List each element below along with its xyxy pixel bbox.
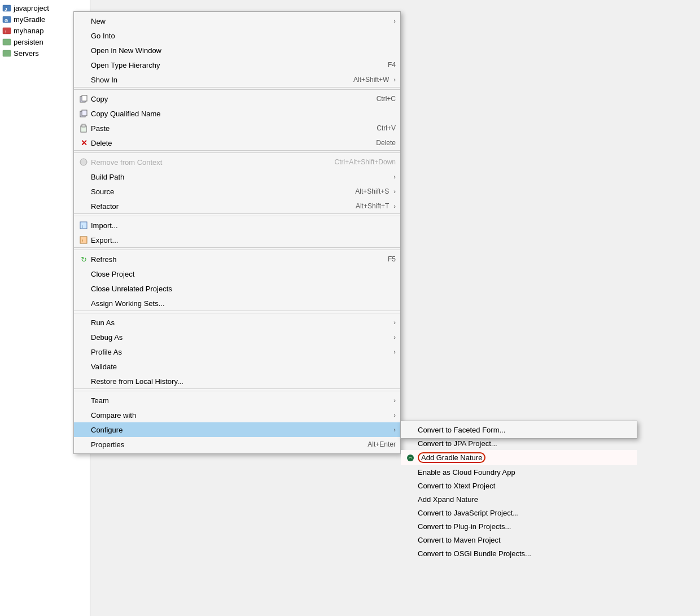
submenu-item-convert-maven[interactable]: Convert to Maven Project [401, 533, 637, 547]
menu-item-export-label: Export... [91, 236, 396, 244]
menu-item-copy[interactable]: Copy Ctrl+C [74, 91, 400, 106]
submenu-item-convert-xtext[interactable]: Convert to Xtext Project [401, 479, 637, 492]
team-arrow: › [393, 397, 396, 404]
svg-text:↑: ↑ [81, 238, 84, 243]
refactor-shortcut: Alt+Shift+T [356, 202, 389, 210]
separator-6 [74, 391, 400, 391]
submenu-item-convert-jpa[interactable]: Convert to JPA Project... [401, 436, 637, 450]
menu-item-configure[interactable]: Configure › Convert to Faceted Form... C… [74, 422, 400, 437]
menu-item-import[interactable]: ↓ Import... [74, 218, 400, 233]
submenu-item-convert-javascript[interactable]: Convert to JavaScript Project... [401, 506, 637, 519]
delete-shortcut: Delete [376, 139, 396, 147]
menu-item-open-type-hierarchy[interactable]: Open Type Hierarchy F4 [74, 58, 400, 72]
server-icon [2, 49, 11, 58]
menu-item-new[interactable]: New › [74, 14, 400, 28]
submenu-item-enable-cloud-foundry[interactable]: Enable as Cloud Foundry App [401, 465, 637, 479]
run-as-icon [78, 317, 89, 327]
project-label: myGradle [14, 15, 45, 24]
menu-item-refactor-label: Refactor [91, 202, 344, 211]
menu-item-run-as-label: Run As [91, 318, 389, 327]
submenu-item-convert-osgi[interactable]: Convert to OSGi Bundle Projects... [401, 547, 637, 560]
source-icon [78, 186, 89, 196]
submenu-item-convert-osgi-label: Convert to OSGi Bundle Projects... [418, 549, 531, 558]
menu-item-export[interactable]: ↑ Export... [74, 233, 400, 248]
menu-item-source-label: Source [91, 187, 344, 196]
paste-shortcut: Ctrl+V [377, 124, 396, 132]
menu-item-paste[interactable]: Paste Ctrl+V [74, 121, 400, 136]
new-icon [78, 16, 89, 26]
menu-item-validate-label: Validate [91, 362, 396, 371]
menu-item-compare-with[interactable]: Compare with › [74, 408, 400, 422]
menu-item-profile-as[interactable]: Profile As › [74, 344, 400, 359]
properties-icon [78, 439, 89, 449]
svg-rect-9 [82, 95, 87, 101]
submenu-item-add-gradle-label: Add Gradle Nature [418, 452, 485, 463]
menu-item-new-label: New [91, 17, 389, 25]
menu-item-open-new-window[interactable]: Open in New Window [74, 43, 400, 58]
menu-item-build-path[interactable]: Build Path › [74, 169, 400, 184]
gradle-project-icon: G [2, 15, 11, 24]
separator-2 [74, 152, 400, 153]
menu-item-close-unrelated-label: Close Unrelated Projects [91, 285, 396, 293]
menu-item-debug-as[interactable]: Debug As › [74, 330, 400, 344]
hana-project-icon: ! [2, 26, 11, 35]
submenu-item-convert-xtext-label: Convert to Xtext Project [418, 482, 495, 490]
submenu-item-convert-faceted[interactable]: Convert to Faceted Form... [401, 423, 637, 436]
menu-item-remove-context[interactable]: Remove from Context Ctrl+Alt+Shift+Down [74, 155, 400, 169]
menu-item-source[interactable]: Source Alt+Shift+S › [74, 184, 400, 199]
close-project-icon [78, 269, 89, 279]
menu-item-validate[interactable]: Validate [74, 359, 400, 374]
separator-1 [74, 89, 400, 90]
menu-item-profile-as-label: Profile As [91, 348, 389, 356]
close-unrelated-icon [78, 283, 89, 294]
submenu-item-add-xpand-nature[interactable]: Add Xpand Nature [401, 492, 637, 506]
profile-as-icon [78, 347, 89, 357]
submenu-item-add-gradle-nature[interactable]: Add Gradle Nature [401, 450, 637, 465]
add-gradle-highlight-text: Add Gradle Nature [418, 452, 485, 463]
show-in-arrow: › [393, 76, 396, 83]
copy-shortcut: Ctrl+C [377, 95, 396, 103]
menu-item-close-unrelated[interactable]: Close Unrelated Projects [74, 281, 400, 296]
profile-as-arrow: › [393, 348, 396, 355]
menu-item-restore-history-label: Restore from Local History... [91, 377, 396, 386]
menu-item-close-project[interactable]: Close Project [74, 267, 400, 281]
remove-context-shortcut: Ctrl+Alt+Shift+Down [335, 158, 396, 166]
svg-rect-7 [3, 50, 11, 56]
menu-item-go-into[interactable]: Go Into [74, 28, 400, 43]
svg-rect-4 [3, 28, 11, 34]
menu-item-refactor[interactable]: Refactor Alt+Shift+T › [74, 199, 400, 214]
remove-context-icon [78, 157, 89, 167]
submenu-item-convert-plugin[interactable]: Convert to Plug-in Projects... [401, 519, 637, 533]
type-hierarchy-icon [78, 60, 89, 70]
menu-item-refresh[interactable]: ↻ Refresh F5 [74, 252, 400, 267]
menu-item-remove-context-label: Remove from Context [91, 158, 323, 167]
configure-arrow: › [393, 426, 396, 433]
configure-icon [78, 425, 89, 435]
svg-rect-6 [3, 39, 11, 45]
menu-item-delete[interactable]: ✕ Delete Delete [74, 136, 400, 151]
submenu-item-enable-cloud-foundry-label: Enable as Cloud Foundry App [418, 468, 515, 477]
build-path-icon [78, 172, 89, 182]
menu-item-open-new-window-label: Open in New Window [91, 46, 396, 55]
menu-item-copy-qualified[interactable]: Copy Qualified Name [74, 106, 400, 121]
submenu-item-add-xpand-nature-label: Add Xpand Nature [418, 495, 478, 504]
refactor-arrow: › [393, 203, 396, 209]
validate-icon [78, 361, 89, 372]
menu-item-restore-history[interactable]: Restore from Local History... [74, 374, 400, 389]
svg-point-14 [80, 159, 87, 165]
new-arrow: › [393, 18, 396, 24]
submenu-item-convert-maven-label: Convert to Maven Project [418, 536, 501, 544]
menu-item-properties[interactable]: Properties Alt+Enter [74, 437, 400, 452]
svg-rect-13 [82, 124, 85, 127]
java-project-icon: J [2, 3, 11, 12]
submenu-item-convert-jpa-label: Convert to JPA Project... [418, 439, 497, 448]
source-arrow: › [393, 188, 396, 195]
run-as-arrow: › [393, 319, 396, 326]
menu-item-assign-working-sets[interactable]: Assign Working Sets... [74, 296, 400, 311]
menu-item-show-in[interactable]: Show In Alt+Shift+W › [74, 72, 400, 88]
add-gradle-icon [405, 454, 415, 462]
refresh-shortcut: F5 [388, 255, 396, 263]
menu-item-run-as[interactable]: Run As › [74, 315, 400, 330]
export-icon: ↑ [78, 235, 89, 245]
menu-item-team[interactable]: Team › [74, 393, 400, 408]
